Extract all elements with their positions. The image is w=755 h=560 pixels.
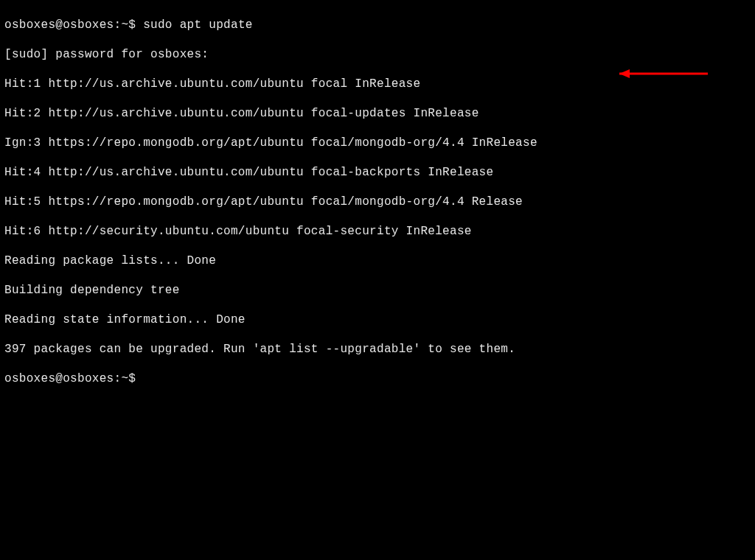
- terminal-output-line: Reading state information... Done: [4, 312, 751, 327]
- terminal-output-line: 397 packages can be upgraded. Run 'apt l…: [4, 342, 751, 357]
- shell-prompt-symbol: $: [128, 372, 136, 385]
- terminal-output-line: [sudo] password for osboxes:: [4, 47, 751, 62]
- shell-command: sudo apt update: [143, 18, 253, 32]
- terminal-output-line: Hit:2 http://us.archive.ubuntu.com/ubunt…: [4, 106, 751, 121]
- shell-prompt-symbol: $: [128, 18, 136, 32]
- terminal-output-line: Reading package lists... Done: [4, 253, 751, 268]
- terminal-output-line-highlighted: Ign:3 https://repo.mongodb.org/apt/ubunt…: [4, 136, 751, 150]
- terminal-line: osboxes@osboxes:~$ sudo apt update: [4, 18, 751, 32]
- terminal-window[interactable]: osboxes@osboxes:~$ sudo apt update [sudo…: [4, 3, 751, 401]
- shell-prompt-user: osboxes@osboxes:: [4, 372, 121, 385]
- shell-prompt-user: osboxes@osboxes:: [4, 18, 121, 32]
- terminal-line: osboxes@osboxes:~$: [4, 371, 751, 386]
- terminal-output-line: Hit:5 https://repo.mongodb.org/apt/ubunt…: [4, 195, 751, 209]
- shell-prompt-path: ~: [121, 372, 128, 385]
- terminal-output-line: Hit:6 http://security.ubuntu.com/ubuntu …: [4, 224, 751, 239]
- terminal-output-line: Building dependency tree: [4, 283, 751, 298]
- terminal-output-line: Hit:1 http://us.archive.ubuntu.com/ubunt…: [4, 77, 751, 91]
- terminal-output-line: Hit:4 http://us.archive.ubuntu.com/ubunt…: [4, 165, 751, 180]
- shell-prompt-path: ~: [121, 18, 128, 32]
